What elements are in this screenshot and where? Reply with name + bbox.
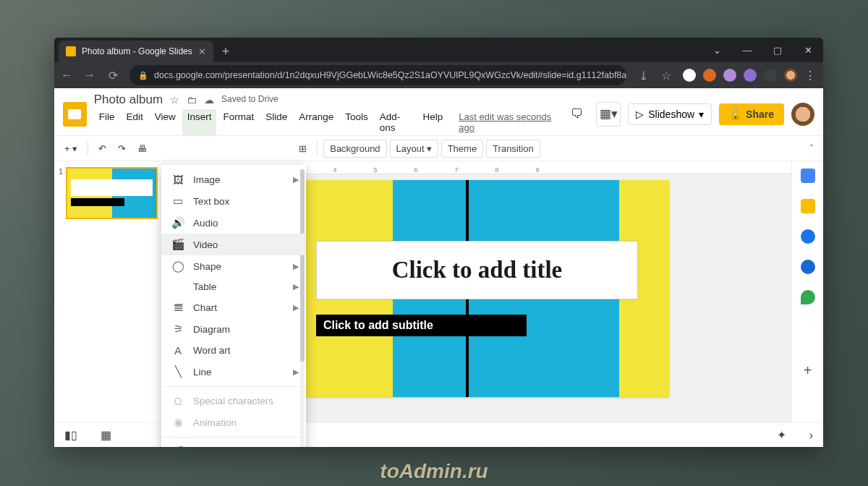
submenu-arrow-icon: ▶ [293,282,299,291]
omnibox[interactable]: 🔒 docs.google.com/presentation/d/1n2dqxu… [129,65,626,85]
chevron-down-icon: ▾ [427,143,432,154]
maps-icon[interactable] [801,290,815,304]
insert-diagram[interactable]: ⚞Diagram [161,318,306,340]
ext-icon[interactable] [703,69,716,82]
ext-icon[interactable] [683,69,696,82]
chrome-menu-icon[interactable]: ⋮ [804,69,817,82]
ext-icon[interactable] [723,69,736,82]
forward-button[interactable]: → [83,69,96,82]
menu-item-label: Animation [193,417,237,428]
layout-button[interactable]: Layout▾ [390,140,438,158]
zoom-fit-button[interactable]: ⊞ [294,140,311,157]
window-controls: ⌄ — ▢ ✕ [702,38,823,62]
insert-chart[interactable]: 𝌆Chart▶ [161,297,306,318]
background-button[interactable]: Background [323,140,386,158]
saved-status: Saved to Drive [221,94,278,106]
image-icon: 🖼 [171,174,184,186]
browser-tab[interactable]: Photo album - Google Slides ✕ [59,40,213,62]
insert-shape[interactable]: ◯Shape▶ [161,255,306,277]
new-slide-button[interactable]: + ▾ [60,140,82,157]
last-edit-link[interactable]: Last edit was seconds ago [454,109,560,135]
slide-canvas[interactable]: Click to add title Click to add subtitle [286,180,669,397]
menu-slide[interactable]: Slide [260,109,292,135]
chevron-down-icon[interactable]: ⌄ [702,38,732,62]
diagram-icon: ⚞ [171,323,184,336]
menu-arrange[interactable]: Arrange [294,109,339,135]
contacts-icon[interactable] [801,260,815,274]
theme-button[interactable]: Theme [441,140,483,158]
menu-item-label: Chart [193,302,217,313]
grid-view-icon[interactable]: ▦ [101,428,111,442]
filmstrip-view-icon[interactable]: ▮▯ [64,428,77,442]
undo-button[interactable]: ↶ [94,140,111,157]
star-icon[interactable]: ☆ [660,69,673,82]
slideshow-button[interactable]: ▷ Slideshow ▾ [628,103,712,125]
insert-image[interactable]: 🖼Image▶ [161,169,306,190]
move-document-icon[interactable]: 🗀 [187,94,197,106]
close-tab-icon[interactable]: ✕ [198,46,206,57]
browser-titlebar: Photo album - Google Slides ✕ + ⌄ — ▢ ✕ [54,38,823,62]
browser-window: Photo album - Google Slides ✕ + ⌄ — ▢ ✕ … [54,38,823,447]
reload-button[interactable]: ⟳ [106,69,119,82]
insert-table[interactable]: Table▶ [161,277,306,297]
collapse-toolbar-icon[interactable]: ˆ [810,143,817,154]
redo-button[interactable]: ↷ [114,140,130,157]
account-avatar[interactable] [791,103,814,126]
minimize-button[interactable]: — [732,38,762,62]
menu-item-label: Audio [193,218,218,229]
submenu-arrow-icon: ▶ [293,175,299,184]
explore-button[interactable]: ✦ [777,428,786,442]
keep-icon[interactable] [801,199,815,213]
menu-edit[interactable]: Edit [121,109,148,135]
watermark-text: toAdmin.ru [380,460,488,483]
back-button[interactable]: ← [60,69,73,82]
menu-file[interactable]: File [94,109,120,135]
maximize-button[interactable]: ▢ [762,38,793,62]
submenu-arrow-icon: ▶ [293,262,299,271]
shape-icon: ◯ [171,260,184,273]
extensions-puzzle-icon[interactable] [764,69,777,82]
menu-help[interactable]: Help [417,109,448,135]
slide-thumbnail[interactable] [66,167,158,219]
tasks-icon[interactable] [801,229,815,244]
title-placeholder[interactable]: Click to add title [316,241,638,299]
share-button[interactable]: 🔒 Share [719,103,784,125]
add-addon-icon[interactable]: + [801,363,815,378]
transition-button[interactable]: Transition [486,140,540,158]
comments-history-icon[interactable]: 🗨 [564,102,589,127]
insert-word-art[interactable]: AWord art [161,340,306,361]
insert-video[interactable]: 🎬Video [161,234,306,255]
lock-icon: 🔒 [138,71,148,80]
insert-audio[interactable]: 🔊Audio [161,212,306,234]
install-app-icon[interactable]: ⤓ [637,69,650,82]
slides-logo-icon[interactable] [63,102,87,127]
insert-menu-dropdown: 🖼Image▶▭Text box🔊Audio🎬Video◯Shape▶Table… [161,165,306,447]
present-dropdown-button[interactable]: ▦▾ [596,102,621,127]
top-actions: 🗨 ▦▾ ▷ Slideshow ▾ 🔒 Share [564,102,814,127]
menu-format[interactable]: Format [218,109,259,135]
new-tab-button[interactable]: + [213,40,239,62]
menu-item-label: Text box [193,196,229,207]
insert-line[interactable]: ╲Line▶ [161,361,306,383]
menu-item-label: Video [193,239,218,250]
star-document-icon[interactable]: ☆ [170,94,179,106]
ext-icon[interactable] [744,69,757,82]
audio-icon: 🔊 [171,216,184,229]
menu-tools[interactable]: Tools [340,109,373,135]
menu-insert[interactable]: Insert [182,109,217,135]
subtitle-placeholder[interactable]: Click to add subtitle [316,315,527,336]
menu-view[interactable]: View [150,109,181,135]
calendar-icon[interactable] [801,169,815,183]
url-text: docs.google.com/presentation/d/1n2dqxuH9… [154,70,626,80]
hide-sidepanel-icon[interactable]: › [809,429,813,442]
close-window-button[interactable]: ✕ [793,38,823,62]
menu-addons[interactable]: Add-ons [375,109,417,135]
menu-item-label: Word art [193,345,231,356]
profile-avatar-small[interactable] [784,69,797,82]
document-title[interactable]: Photo album [94,93,163,107]
thumbnail-panel: 1 [54,161,163,422]
menu-item-label: Shape [193,261,221,272]
chart-icon: 𝌆 [171,301,184,314]
insert-text-box[interactable]: ▭Text box [161,190,306,212]
print-button[interactable]: 🖶 [133,140,151,157]
